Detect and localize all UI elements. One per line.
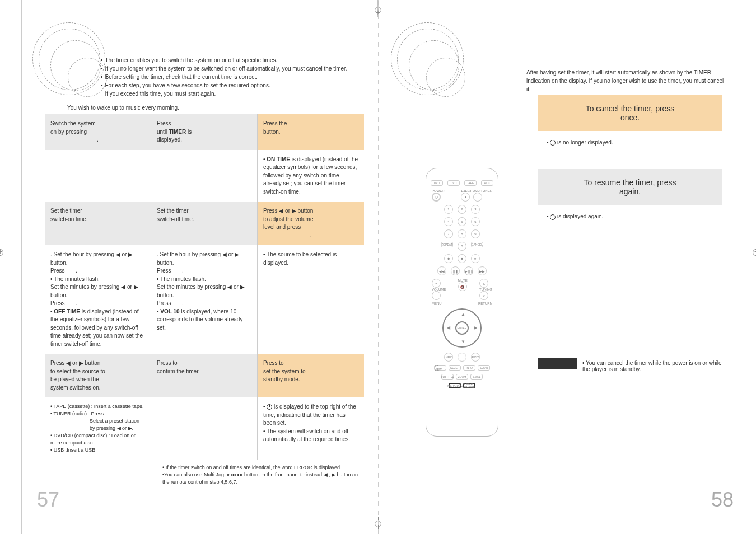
remote-btn: EZ VIEW (434, 365, 446, 371)
remote-btn: SUBTITLE (441, 374, 454, 380)
remote-btn: AUX (481, 180, 493, 186)
prev-icon: ⏮ (444, 254, 453, 263)
num-btn: 8 (458, 229, 466, 238)
step-3-body: • ON TIME ON TIME is displayed (instead … (258, 150, 364, 202)
play-icon: ▶❚❚ (464, 266, 473, 275)
bullet: For each step, you have a few seconds to… (105, 81, 270, 90)
num-btn: 1 (444, 205, 453, 214)
bullet: The timer enables you to switch the syst… (105, 56, 278, 64)
num-btn: 0 (458, 242, 466, 251)
step-2-body (151, 150, 258, 202)
arrow-up-icon: ▲ (461, 312, 465, 317)
step-text: to adjust the volume (263, 216, 314, 222)
step-5-body: . Set the hour by pressing ◀ or ▶ button… (151, 245, 258, 354)
remote-btn: S.VOL (470, 374, 483, 380)
step-text: is (186, 129, 192, 135)
step-text: set the system to (263, 368, 306, 374)
remote-label: MUTE (458, 279, 468, 282)
step-text: TIMER (169, 129, 186, 135)
remote-label: POWER (432, 189, 445, 193)
num-btn: 5 (458, 217, 466, 226)
tune-up-icon: ∧ (479, 279, 488, 288)
step-text: switch-on time. (50, 216, 88, 222)
step-text: button. (263, 129, 281, 135)
body-text: • USB :Insert a USB. (50, 447, 145, 454)
body-text: • The source to be selected is displayed… (263, 251, 337, 266)
bullet: If you no longer want the system to be s… (105, 64, 347, 73)
step-text: confirm the timer. (157, 368, 200, 374)
head-text: again. (549, 187, 711, 196)
step-text: Press (157, 120, 171, 127)
step-6-body: • The source to be selected is displayed… (258, 245, 364, 354)
step-text: Press ◀ or ▶ button (263, 208, 313, 214)
step-6-head: Press ◀ or ▶ button to adjust the volume… (258, 202, 364, 245)
footnote-text: You can also use Multi Jog or (164, 472, 231, 477)
remote-label: MENU (432, 302, 442, 305)
arrow-right-icon: ▶ (474, 325, 477, 330)
step-7-head: Press ◀ or ▶ button to select the source… (45, 354, 151, 397)
vol-down-icon: − (432, 291, 441, 300)
resume-timer-body: • is displayed again. (538, 206, 722, 226)
step-9-head: Press to set the system to standby mode. (258, 354, 364, 397)
num-btn: 4 (444, 217, 453, 226)
head-text: once. (549, 113, 711, 122)
num-btn: 9 (471, 229, 480, 238)
body-text: Select a preset station by pressing ◀ or… (50, 418, 145, 432)
cancel-timer-body: • is no longer displayed. (538, 132, 722, 152)
step-text: Press to (157, 360, 178, 366)
footnote: • If the timer switch on and off times a… (162, 464, 358, 485)
note-content: You can cancel the timer while the power… (582, 360, 722, 372)
step-text: standby mode. (263, 376, 300, 382)
remote-btn: SLOW (478, 365, 490, 371)
num-btn: 2 (458, 205, 466, 214)
step-text: be played when the (50, 376, 99, 382)
body-text: • TAPE (cassette) : Insert a cassette ta… (50, 403, 145, 410)
exit-btn: EXIT (471, 353, 480, 362)
power-icon: ⏻ (432, 193, 441, 202)
step-4-head: Set the timer switch-on time. (45, 202, 151, 245)
note-badge (538, 358, 577, 369)
page-number-right: 58 (711, 488, 734, 512)
num-btn: 3 (471, 205, 480, 214)
step-text: Set the timer (157, 208, 189, 214)
step-5-head: Set the timer switch-off time. (151, 202, 258, 245)
body-text: • TUNER (radio) : Press . (50, 410, 145, 418)
crop-right-icon (753, 249, 756, 256)
remote-btn: ZOOM (456, 374, 468, 380)
next-icon: ⏭ (471, 254, 480, 263)
dpad: ▲ ▼ ◀ ▶ ENTER (442, 308, 482, 348)
clock-icon (550, 140, 556, 146)
step-2-head: Press until TIMER is displayed. (151, 114, 258, 150)
step-text: Switch the system (50, 120, 96, 127)
remote-label: RETURN (478, 302, 492, 305)
tune-down-icon: ∨ (479, 291, 488, 300)
remote-illustration: DVD DVD TAPE AUX POWER ⏻ EJECT DVD/TUNER… (426, 168, 498, 437)
clock-icon (267, 404, 272, 410)
step-4-body: . Set the hour by pressing ◀ or ▶ button… (45, 245, 151, 354)
step-text: . (97, 137, 99, 143)
head-text: To resume the timer, press (549, 178, 711, 187)
page-number-left: 57 (37, 488, 59, 512)
example-label: You wish to wake up to music every morni… (67, 105, 358, 111)
arrow-down-icon: ▼ (461, 339, 465, 344)
remote-btn: DVD (447, 180, 460, 186)
footnote-text: button on the front panel to instead (242, 472, 323, 477)
head-text: To cancel the timer, press (549, 104, 711, 113)
step-1-body (45, 150, 151, 202)
page-edge-line (21, 0, 22, 534)
bullet: If you exceed this time, you must start … (105, 90, 216, 98)
step-text: on by pressing (50, 129, 87, 135)
vol-up-icon: + (432, 279, 441, 288)
num-btn: 7 (444, 229, 453, 238)
eject-icon: ▲ (461, 193, 470, 202)
remote-btn: TAPE (464, 180, 477, 186)
timer-onoff-btn: TIMER ON/OFF (463, 383, 475, 388)
timer-clock-btn: TIMER/CLOCK (449, 383, 461, 388)
fold-line (378, 0, 379, 534)
step-8-head: Press to confirm the timer. (151, 354, 258, 397)
body-text: • DVD/CD (compact disc) : Load on or mor… (50, 432, 145, 447)
enter-btn: ENTER (455, 321, 469, 335)
note-text: • You can cancel the timer while the pow… (582, 360, 728, 372)
num-btn: 6 (471, 217, 480, 226)
right-intro: After having set the timer, it will star… (526, 68, 728, 93)
